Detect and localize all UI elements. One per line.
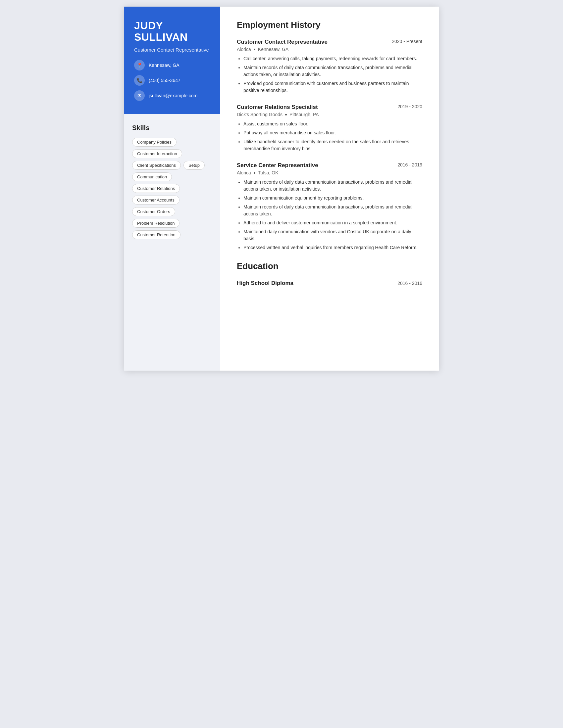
- education-container: High School Diploma2016 - 2016: [237, 280, 422, 287]
- skill-tag: Communication: [132, 172, 172, 181]
- company-location: Kennesaw, GA: [258, 47, 289, 52]
- list-item: Utilize handheld scanner to identify ite…: [243, 138, 422, 152]
- list-item: Maintain communication equipment by repo…: [243, 195, 422, 202]
- job-header: Customer Relations Specialist2019 - 2020: [237, 104, 422, 111]
- contact-email: ✉ jsullivan@example.com: [134, 90, 210, 101]
- skill-tag: Customer Interaction: [132, 149, 182, 158]
- job-title: Customer Relations Specialist: [237, 104, 318, 111]
- list-item: Maintain records of daily data communica…: [243, 64, 422, 78]
- job-header: Service Center Representative2016 - 2019: [237, 162, 422, 169]
- name-title: JUDY SULLIVAN Customer Contact Represent…: [134, 20, 210, 53]
- list-item: Put away all new merchandise on sales fl…: [243, 129, 422, 136]
- skill-tag: Customer Accounts: [132, 196, 179, 205]
- job-dates: 2016 - 2019: [398, 162, 422, 167]
- email-icon: ✉: [134, 90, 145, 101]
- job-bullets: Call center, answering calls, taking pay…: [237, 55, 422, 94]
- list-item: Maintain records of daily data communica…: [243, 179, 422, 193]
- job-company: AloricaTulsa, OK: [237, 170, 422, 175]
- skill-tag: Setup: [183, 161, 205, 170]
- resume-container: JUDY SULLIVAN Customer Contact Represent…: [124, 7, 439, 371]
- company-name: Alorica: [237, 47, 251, 52]
- contact-phone: 📞 (450) 555-3647: [134, 75, 210, 86]
- main-content: Employment History Customer Contact Repr…: [220, 7, 439, 371]
- company-location: Tulsa, OK: [258, 170, 278, 175]
- sidebar-top: JUDY SULLIVAN Customer Contact Represent…: [124, 7, 220, 114]
- edu-dates: 2016 - 2016: [398, 281, 422, 286]
- education-heading: Education: [237, 261, 422, 273]
- education-section: Education High School Diploma2016 - 2016: [237, 261, 422, 287]
- job-header: Customer Contact Representative2020 - Pr…: [237, 39, 422, 45]
- skills-list: Company PoliciesCustomer InteractionClie…: [132, 138, 212, 239]
- job-block: Customer Contact Representative2020 - Pr…: [237, 39, 422, 94]
- job-company: Dick's Sporting GoodsPittsburgh, PA: [237, 112, 422, 117]
- separator-dot: [254, 49, 255, 50]
- job-company: AloricaKennesaw, GA: [237, 47, 422, 52]
- list-item: Maintained daily communication with vend…: [243, 228, 422, 242]
- list-item: Adhered to and deliver customer communic…: [243, 219, 422, 226]
- edu-block: High School Diploma2016 - 2016: [237, 280, 422, 287]
- jobs-container: Customer Contact Representative2020 - Pr…: [237, 39, 422, 251]
- contact-location: 📍 Kennesaw, GA: [134, 60, 210, 70]
- skill-tag: Customer Orders: [132, 207, 175, 216]
- phone-icon: 📞: [134, 75, 145, 86]
- skill-tag: Company Policies: [132, 138, 176, 147]
- list-item: Maintain records of daily data communica…: [243, 204, 422, 217]
- location-icon: 📍: [134, 60, 145, 70]
- sidebar: JUDY SULLIVAN Customer Contact Represent…: [124, 7, 220, 371]
- contact-section: 📍 Kennesaw, GA 📞 (450) 555-3647 ✉ jsulli…: [134, 60, 210, 101]
- skills-section: Skills Company PoliciesCustomer Interact…: [132, 124, 212, 239]
- separator-dot: [254, 172, 255, 174]
- skills-heading: Skills: [132, 124, 212, 132]
- edu-degree: High School Diploma: [237, 280, 294, 287]
- job-dates: 2020 - Present: [392, 39, 422, 44]
- separator-dot: [285, 114, 287, 115]
- job-block: Service Center Representative2016 - 2019…: [237, 162, 422, 251]
- job-dates: 2019 - 2020: [398, 104, 422, 109]
- candidate-job-title: Customer Contact Representative: [134, 46, 210, 53]
- list-item: Call center, answering calls, taking pay…: [243, 55, 422, 62]
- job-bullets: Assist customers on sales floor.Put away…: [237, 120, 422, 152]
- skill-tag: Problem Resolution: [132, 219, 179, 228]
- job-title: Customer Contact Representative: [237, 39, 328, 45]
- skill-tag: Customer Relations: [132, 184, 180, 193]
- job-bullets: Maintain records of daily data communica…: [237, 179, 422, 251]
- job-block: Customer Relations Specialist2019 - 2020…: [237, 104, 422, 152]
- list-item: Processed written and verbal inquiries f…: [243, 244, 422, 251]
- company-name: Alorica: [237, 170, 251, 175]
- company-location: Pittsburgh, PA: [290, 112, 319, 117]
- skill-tag: Client Specifications: [132, 161, 181, 170]
- employment-heading: Employment History: [237, 20, 422, 32]
- list-item: Provided good communication with custome…: [243, 80, 422, 94]
- job-title: Service Center Representative: [237, 162, 318, 169]
- sidebar-bottom: Skills Company PoliciesCustomer Interact…: [124, 114, 220, 371]
- skill-tag: Customer Retention: [132, 230, 180, 239]
- candidate-name: JUDY SULLIVAN: [134, 20, 210, 43]
- company-name: Dick's Sporting Goods: [237, 112, 283, 117]
- list-item: Assist customers on sales floor.: [243, 120, 422, 127]
